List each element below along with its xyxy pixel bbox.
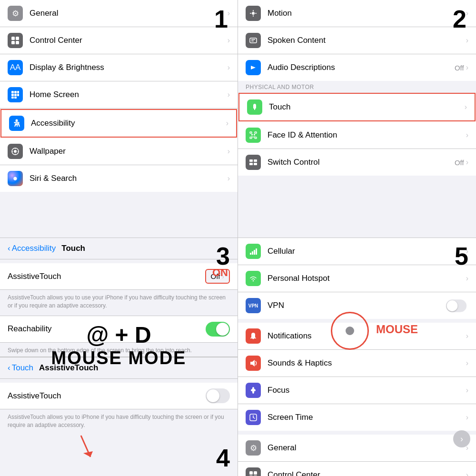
panel-2: 2 Motion › bbox=[238, 0, 476, 238]
screen-time-label: Screen Time bbox=[268, 413, 466, 422]
svg-point-27 bbox=[252, 134, 253, 135]
settings-item-control-center-5[interactable]: Control Center › bbox=[238, 462, 476, 476]
svg-point-19 bbox=[252, 12, 255, 15]
general-icon-5: ⚙ bbox=[246, 440, 261, 456]
settings-item-focus[interactable]: Focus › bbox=[238, 377, 476, 404]
svg-point-12 bbox=[16, 119, 18, 122]
chevron-icon: › bbox=[228, 63, 230, 72]
mouse-label: MOUSE bbox=[376, 323, 418, 336]
svg-rect-7 bbox=[11, 94, 14, 96]
spacer-2 bbox=[238, 431, 476, 435]
home-screen-label: Home Screen bbox=[30, 90, 228, 99]
audio-desc-value: Off bbox=[455, 64, 464, 72]
svg-rect-32 bbox=[254, 163, 257, 165]
settings-item-switch-control[interactable]: Switch Control Off › bbox=[238, 149, 476, 176]
svg-rect-31 bbox=[254, 159, 257, 162]
settings-list-1: ⚙ General › Control Center › bbox=[0, 0, 238, 192]
assistive-touch-toggle[interactable] bbox=[206, 388, 230, 403]
settings-item-audio-desc[interactable]: Audio Descriptions Off › bbox=[238, 54, 476, 81]
svg-rect-38 bbox=[256, 248, 257, 255]
face-id-label: Face ID & Attention bbox=[268, 130, 466, 140]
panel-1: 1 ⚙ General › Control Center bbox=[0, 0, 238, 238]
panel-5: 5 MOUSE › bbox=[238, 238, 476, 476]
panel-4-content: AssistiveTouch AssistiveTouch allows you… bbox=[0, 383, 238, 433]
settings-item-sounds[interactable]: Sounds & Haptics › bbox=[238, 350, 476, 377]
spoken-content-icon bbox=[246, 33, 261, 48]
assistive-touch-row-4[interactable]: AssistiveTouch bbox=[0, 383, 238, 409]
svg-rect-1 bbox=[16, 37, 19, 40]
step-1: 1 bbox=[214, 5, 228, 33]
nav-title-4: AssistiveTouch bbox=[39, 363, 98, 373]
assistive-touch-desc-3: AssistiveTouch allows you to use your iP… bbox=[8, 290, 230, 314]
control-center-icon-5 bbox=[246, 467, 261, 476]
cellular-label: Cellular bbox=[268, 247, 466, 256]
siri-icon: ● bbox=[8, 171, 23, 186]
svg-rect-24 bbox=[255, 132, 257, 133]
audio-desc-label: Audio Descriptions bbox=[268, 63, 455, 72]
settings-item-screen-time[interactable]: Screen Time › bbox=[238, 404, 476, 431]
panel-3-content: AssistiveTouch Off › AssistiveTouch allo… bbox=[0, 263, 238, 357]
accessibility-icon bbox=[9, 116, 24, 131]
settings-item-display[interactable]: AA Display & Brightness › bbox=[0, 54, 238, 81]
settings-item-siri[interactable]: ● Siri & Search › bbox=[0, 165, 238, 192]
reachability-row[interactable]: Reachability bbox=[0, 316, 238, 343]
svg-rect-20 bbox=[250, 38, 257, 43]
spoken-content-label: Spoken Content bbox=[268, 36, 466, 45]
reachability-label: Reachability bbox=[8, 324, 52, 334]
touch-label: Touch bbox=[269, 102, 465, 112]
settings-item-face-id[interactable]: Face ID & Attention › bbox=[238, 122, 476, 149]
screen-time-icon bbox=[246, 410, 261, 425]
svg-rect-43 bbox=[249, 471, 253, 475]
settings-item-hotspot[interactable]: Personal Hotspot › bbox=[238, 265, 476, 292]
assistive-touch-label-4: AssistiveTouch bbox=[8, 391, 61, 401]
settings-item-accessibility[interactable]: Accessibility › bbox=[0, 109, 237, 138]
focus-label: Focus bbox=[268, 386, 466, 395]
svg-rect-8 bbox=[14, 94, 17, 96]
nav-back-4[interactable]: ‹ Touch bbox=[8, 363, 33, 373]
wallpaper-label: Wallpaper bbox=[30, 147, 228, 156]
settings-item-control-center[interactable]: Control Center › bbox=[0, 27, 238, 54]
control-center-icon bbox=[8, 33, 23, 48]
chevron-icon: › bbox=[466, 413, 468, 422]
red-arrow bbox=[67, 433, 95, 462]
svg-rect-44 bbox=[254, 471, 257, 475]
scroll-indicator[interactable]: › bbox=[453, 430, 470, 447]
settings-item-wallpaper[interactable]: Wallpaper › bbox=[0, 138, 238, 165]
svg-rect-30 bbox=[249, 163, 253, 165]
chevron-icon: › bbox=[466, 332, 468, 340]
svg-rect-9 bbox=[17, 94, 19, 96]
settings-item-motion[interactable]: Motion › bbox=[238, 0, 476, 27]
assistive-touch-row-3[interactable]: AssistiveTouch Off › bbox=[0, 263, 238, 290]
chevron-icon: › bbox=[466, 36, 468, 45]
settings-item-cellular[interactable]: Cellular › bbox=[238, 238, 476, 265]
vpn-toggle[interactable] bbox=[446, 299, 466, 312]
mouse-dot bbox=[346, 327, 354, 335]
back-chevron-4: ‹ bbox=[8, 363, 10, 373]
svg-rect-25 bbox=[250, 137, 252, 139]
step-3: 3 bbox=[216, 242, 230, 270]
settings-list-5-bottom: ⚙ General › Control Center › bbox=[238, 435, 476, 476]
chevron-icon: › bbox=[466, 158, 468, 167]
reachability-desc: Swipe down on the bottom edge of the scr… bbox=[8, 343, 230, 357]
chevron-icon: › bbox=[466, 274, 468, 283]
back-chevron: ‹ bbox=[8, 244, 10, 253]
hotspot-icon bbox=[246, 271, 261, 286]
settings-item-general-5[interactable]: ⚙ General › bbox=[238, 435, 476, 462]
settings-item-touch[interactable]: Touch › bbox=[238, 93, 476, 121]
wallpaper-icon bbox=[8, 144, 23, 159]
focus-icon bbox=[246, 383, 261, 398]
svg-rect-26 bbox=[255, 137, 257, 139]
sounds-icon bbox=[246, 356, 261, 371]
reachability-toggle[interactable] bbox=[206, 322, 230, 337]
control-center-label: Control Center bbox=[30, 36, 228, 45]
nav-back-label-3: Accessibility bbox=[12, 244, 56, 253]
svg-rect-29 bbox=[249, 159, 253, 162]
motion-icon bbox=[246, 6, 261, 21]
settings-item-general[interactable]: ⚙ General › bbox=[0, 0, 238, 27]
settings-item-home-screen[interactable]: Home Screen › bbox=[0, 81, 238, 109]
nav-back-3[interactable]: ‹ Accessibility bbox=[8, 244, 56, 253]
settings-item-spoken-content[interactable]: Spoken Content › bbox=[238, 27, 476, 54]
panel-4: 4 ‹ Touch AssistiveTouch AssistiveTouch … bbox=[0, 357, 238, 476]
svg-rect-0 bbox=[11, 37, 15, 40]
touch-icon bbox=[247, 99, 262, 115]
